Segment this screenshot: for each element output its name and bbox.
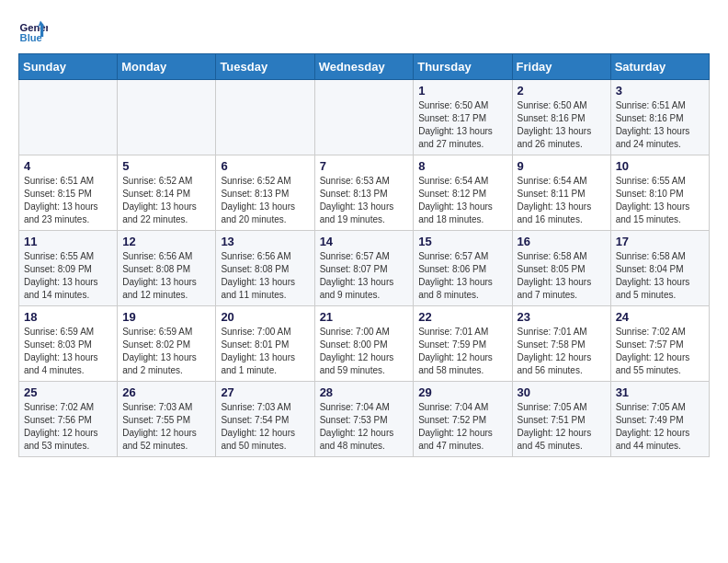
svg-text:Blue: Blue [20,32,42,43]
day-number: 6 [221,159,309,173]
day-info: Sunrise: 6:52 AM Sunset: 8:14 PM Dayligh… [122,175,210,226]
calendar-cell: 26Sunrise: 7:03 AM Sunset: 7:55 PM Dayli… [118,382,216,457]
day-info: Sunrise: 7:04 AM Sunset: 7:53 PM Dayligh… [320,401,409,453]
day-info: Sunrise: 7:01 AM Sunset: 7:59 PM Dayligh… [418,326,506,377]
col-header-wednesday: Wednesday [314,54,414,80]
col-header-sunday: Sunday [19,54,118,80]
day-number: 9 [518,159,606,173]
day-info: Sunrise: 6:59 AM Sunset: 8:03 PM Dayligh… [24,326,112,377]
col-header-friday: Friday [512,54,610,80]
calendar-cell: 14Sunrise: 6:57 AM Sunset: 8:07 PM Dayli… [314,231,414,306]
day-info: Sunrise: 6:58 AM Sunset: 8:04 PM Dayligh… [616,250,704,302]
col-header-thursday: Thursday [414,54,512,80]
day-number: 16 [518,235,606,248]
calendar-cell: 2Sunrise: 6:50 AM Sunset: 8:16 PM Daylig… [512,80,610,155]
calendar-cell: 18Sunrise: 6:59 AM Sunset: 8:03 PM Dayli… [19,306,118,382]
calendar-cell: 16Sunrise: 6:58 AM Sunset: 8:05 PM Dayli… [512,231,610,306]
calendar-cell: 10Sunrise: 6:55 AM Sunset: 8:10 PM Dayli… [610,155,709,231]
calendar-cell: 30Sunrise: 7:05 AM Sunset: 7:51 PM Dayli… [512,382,610,457]
calendar-cell: 9Sunrise: 6:54 AM Sunset: 8:11 PM Daylig… [512,155,610,231]
page-header: General Blue [18,15,710,44]
day-info: Sunrise: 6:51 AM Sunset: 8:16 PM Dayligh… [616,99,704,151]
day-info: Sunrise: 6:54 AM Sunset: 8:12 PM Dayligh… [418,175,506,226]
col-header-saturday: Saturday [610,54,709,80]
calendar-table: SundayMondayTuesdayWednesdayThursdayFrid… [18,53,710,457]
calendar-cell: 8Sunrise: 6:54 AM Sunset: 8:12 PM Daylig… [414,155,512,231]
day-number: 14 [320,235,409,248]
day-info: Sunrise: 7:02 AM Sunset: 7:57 PM Dayligh… [616,326,704,377]
day-info: Sunrise: 7:02 AM Sunset: 7:56 PM Dayligh… [24,401,112,453]
calendar-week-1: 1Sunrise: 6:50 AM Sunset: 8:17 PM Daylig… [19,80,710,155]
day-info: Sunrise: 7:03 AM Sunset: 7:54 PM Dayligh… [221,401,309,453]
day-info: Sunrise: 6:50 AM Sunset: 8:16 PM Dayligh… [518,99,606,151]
day-info: Sunrise: 7:05 AM Sunset: 7:49 PM Dayligh… [616,401,704,453]
day-number: 30 [518,385,606,399]
day-info: Sunrise: 7:00 AM Sunset: 8:00 PM Dayligh… [320,326,409,377]
calendar-cell: 31Sunrise: 7:05 AM Sunset: 7:49 PM Dayli… [610,382,709,457]
day-number: 17 [616,235,704,248]
calendar-cell: 25Sunrise: 7:02 AM Sunset: 7:56 PM Dayli… [19,382,118,457]
day-number: 8 [418,159,506,173]
day-info: Sunrise: 7:05 AM Sunset: 7:51 PM Dayligh… [518,401,606,453]
day-number: 24 [616,310,704,324]
day-number: 15 [418,235,506,248]
day-info: Sunrise: 6:55 AM Sunset: 8:09 PM Dayligh… [24,250,112,302]
calendar-cell: 15Sunrise: 6:57 AM Sunset: 8:06 PM Dayli… [414,231,512,306]
calendar-week-2: 4Sunrise: 6:51 AM Sunset: 8:15 PM Daylig… [19,155,710,231]
calendar-week-3: 11Sunrise: 6:55 AM Sunset: 8:09 PM Dayli… [19,231,710,306]
calendar-cell: 4Sunrise: 6:51 AM Sunset: 8:15 PM Daylig… [19,155,118,231]
calendar-cell: 27Sunrise: 7:03 AM Sunset: 7:54 PM Dayli… [216,382,314,457]
day-info: Sunrise: 6:51 AM Sunset: 8:15 PM Dayligh… [24,175,112,226]
day-info: Sunrise: 6:54 AM Sunset: 8:11 PM Dayligh… [518,175,606,226]
calendar-cell [216,80,314,155]
calendar-cell: 21Sunrise: 7:00 AM Sunset: 8:00 PM Dayli… [314,306,414,382]
day-info: Sunrise: 6:56 AM Sunset: 8:08 PM Dayligh… [221,250,309,302]
day-number: 20 [221,310,309,324]
day-number: 23 [518,310,606,324]
day-number: 1 [418,84,506,98]
calendar-cell: 12Sunrise: 6:56 AM Sunset: 8:08 PM Dayli… [118,231,216,306]
day-number: 5 [122,159,210,173]
day-number: 18 [24,310,112,324]
calendar-cell: 22Sunrise: 7:01 AM Sunset: 7:59 PM Dayli… [414,306,512,382]
calendar-cell: 5Sunrise: 6:52 AM Sunset: 8:14 PM Daylig… [118,155,216,231]
day-number: 12 [122,235,210,248]
day-number: 13 [221,235,309,248]
header-row: SundayMondayTuesdayWednesdayThursdayFrid… [19,54,710,80]
calendar-cell: 1Sunrise: 6:50 AM Sunset: 8:17 PM Daylig… [414,80,512,155]
day-number: 19 [122,310,210,324]
day-info: Sunrise: 6:57 AM Sunset: 8:06 PM Dayligh… [418,250,506,302]
day-number: 27 [221,385,309,399]
day-number: 7 [320,159,409,173]
calendar-week-5: 25Sunrise: 7:02 AM Sunset: 7:56 PM Dayli… [19,382,710,457]
day-info: Sunrise: 6:57 AM Sunset: 8:07 PM Dayligh… [320,250,409,302]
day-number: 25 [24,385,112,399]
calendar-cell: 28Sunrise: 7:04 AM Sunset: 7:53 PM Dayli… [314,382,414,457]
col-header-tuesday: Tuesday [216,54,314,80]
calendar-cell: 11Sunrise: 6:55 AM Sunset: 8:09 PM Dayli… [19,231,118,306]
day-info: Sunrise: 7:04 AM Sunset: 7:52 PM Dayligh… [418,401,506,453]
day-number: 10 [616,159,704,173]
day-number: 2 [518,84,606,98]
day-number: 21 [320,310,409,324]
calendar-cell [19,80,118,155]
logo: General Blue [18,15,51,44]
day-number: 22 [418,310,506,324]
day-info: Sunrise: 6:50 AM Sunset: 8:17 PM Dayligh… [418,99,506,151]
day-number: 31 [616,385,704,399]
calendar-cell: 24Sunrise: 7:02 AM Sunset: 7:57 PM Dayli… [610,306,709,382]
calendar-cell: 3Sunrise: 6:51 AM Sunset: 8:16 PM Daylig… [610,80,709,155]
calendar-cell: 20Sunrise: 7:00 AM Sunset: 8:01 PM Dayli… [216,306,314,382]
calendar-cell: 7Sunrise: 6:53 AM Sunset: 8:13 PM Daylig… [314,155,414,231]
day-info: Sunrise: 6:56 AM Sunset: 8:08 PM Dayligh… [122,250,210,302]
day-number: 26 [122,385,210,399]
day-number: 4 [24,159,112,173]
day-number: 11 [24,235,112,248]
calendar-cell: 19Sunrise: 6:59 AM Sunset: 8:02 PM Dayli… [118,306,216,382]
calendar-cell: 6Sunrise: 6:52 AM Sunset: 8:13 PM Daylig… [216,155,314,231]
svg-text:General: General [20,22,48,33]
day-info: Sunrise: 6:52 AM Sunset: 8:13 PM Dayligh… [221,175,309,226]
day-number: 3 [616,84,704,98]
logo-icon: General Blue [18,15,48,44]
day-info: Sunrise: 7:01 AM Sunset: 7:58 PM Dayligh… [518,326,606,377]
